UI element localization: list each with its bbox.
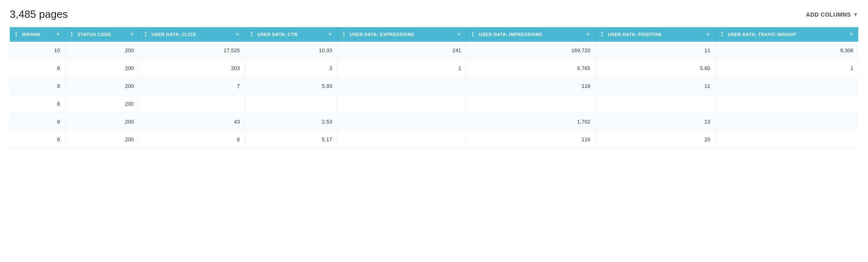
table-row: 8200 [10,95,858,113]
cell-inrank: 8 [10,131,65,149]
table-row: 8200432.531,70213 [10,113,858,131]
cell-impressions: 6,765 [466,60,596,77]
cell-trafic [715,113,858,131]
cell-clics: 7 [139,77,245,95]
column-header-expressions[interactable]: ▲▼USER DATA: EXPRESSIONS✕ [337,27,467,42]
cell-trafic [715,77,858,95]
page-title: 3,485 pages [10,8,68,21]
close-column-icon-impressions[interactable]: ✕ [586,32,591,37]
cell-status_code: 200 [65,60,139,77]
cell-inrank: 8 [10,113,65,131]
column-header-impressions[interactable]: ▲▼USER DATA: IMPRESSIONS✕ [466,27,596,42]
cell-inrank: 8 [10,77,65,95]
page-wrapper: 3,485 pages ADD COLUMNS ▼ ▲▼INRANK✕▲▼STA… [0,0,868,262]
column-label-trafic: USER DATA: TRAFIC INSIGHT [728,32,797,37]
cell-inrank: 8 [10,60,65,77]
column-header-clics[interactable]: ▲▼USER DATA: CLICS✕ [139,27,245,42]
column-label-expressions: USER DATA: EXPRESSIONS [350,32,414,37]
column-header-inrank[interactable]: ▲▼INRANK✕ [10,27,65,42]
cell-clics: 17,525 [139,42,245,60]
close-column-icon-status_code[interactable]: ✕ [130,32,134,37]
sort-icon-expressions[interactable]: ▲▼ [342,31,345,38]
column-label-clics: USER DATA: CLICS [151,32,196,37]
cell-position [596,95,716,113]
cell-impressions: 116 [466,131,596,149]
top-bar: 3,485 pages ADD COLUMNS ▼ [10,8,858,21]
cell-expressions [337,131,467,149]
cell-expressions [337,113,467,131]
column-label-position: USER DATA: POSITION [608,32,661,37]
cell-position: 11 [596,77,716,95]
cell-expressions: 241 [337,42,467,60]
close-column-icon-trafic[interactable]: ✕ [849,32,854,37]
cell-position: 13 [596,113,716,131]
data-table: ▲▼INRANK✕▲▼STATUS CODE✕▲▼USER DATA: CLIC… [10,27,858,149]
cell-expressions [337,77,467,95]
sort-icon-inrank[interactable]: ▲▼ [15,31,18,38]
cell-inrank: 10 [10,42,65,60]
cell-ctr: 10.33 [245,42,337,60]
cell-impressions [466,95,596,113]
cell-trafic [715,95,858,113]
sort-icon-impressions[interactable]: ▲▼ [472,31,475,38]
cell-clics: 6 [139,131,245,149]
column-label-impressions: USER DATA: IMPRESSIONS [479,32,542,37]
add-columns-button[interactable]: ADD COLUMNS ▼ [806,11,858,18]
column-label-status_code: STATUS CODE [77,32,111,37]
cell-ctr [245,95,337,113]
cell-status_code: 200 [65,42,139,60]
cell-ctr: 5.17 [245,131,337,149]
column-label-inrank: INRANK [22,32,41,37]
cell-clics: 203 [139,60,245,77]
table-row: 820065.1711620 [10,131,858,149]
table-header-row: ▲▼INRANK✕▲▼STATUS CODE✕▲▼USER DATA: CLIC… [10,27,858,42]
chevron-down-icon: ▼ [853,12,858,17]
column-label-ctr: USER DATA: CTR [257,32,298,37]
cell-trafic [715,131,858,149]
cell-position: 5.60 [596,60,716,77]
sort-icon-trafic[interactable]: ▲▼ [720,31,724,38]
sort-icon-clics[interactable]: ▲▼ [144,31,147,38]
cell-status_code: 200 [65,95,139,113]
cell-status_code: 200 [65,113,139,131]
cell-ctr: 3 [245,60,337,77]
cell-clics [139,95,245,113]
cell-impressions: 1,702 [466,113,596,131]
column-header-trafic[interactable]: ▲▼USER DATA: TRAFIC INSIGHT✕ [715,27,858,42]
column-header-ctr[interactable]: ▲▼USER DATA: CTR✕ [245,27,337,42]
table-row: 8200203316,7655.601 [10,60,858,77]
cell-expressions [337,95,467,113]
table-row: 820075.9311811 [10,77,858,95]
sort-icon-position[interactable]: ▲▼ [600,31,604,38]
close-column-icon-clics[interactable]: ✕ [236,32,240,37]
cell-position: 20 [596,131,716,149]
table-row: 1020017,52510.33241169,720119,306 [10,42,858,60]
cell-trafic: 9,306 [715,42,858,60]
sort-icon-status_code[interactable]: ▲▼ [70,31,73,38]
cell-ctr: 2.53 [245,113,337,131]
cell-impressions: 118 [466,77,596,95]
column-header-status_code[interactable]: ▲▼STATUS CODE✕ [65,27,139,42]
cell-status_code: 200 [65,131,139,149]
close-column-icon-position[interactable]: ✕ [706,32,710,37]
cell-impressions: 169,720 [466,42,596,60]
table-container: ▲▼INRANK✕▲▼STATUS CODE✕▲▼USER DATA: CLIC… [10,27,858,149]
close-column-icon-inrank[interactable]: ✕ [56,32,60,37]
cell-position: 11 [596,42,716,60]
cell-trafic: 1 [715,60,858,77]
close-column-icon-ctr[interactable]: ✕ [328,32,332,37]
cell-clics: 43 [139,113,245,131]
cell-status_code: 200 [65,77,139,95]
column-header-position[interactable]: ▲▼USER DATA: POSITION✕ [596,27,716,42]
cell-ctr: 5.93 [245,77,337,95]
cell-expressions: 1 [337,60,467,77]
sort-icon-ctr[interactable]: ▲▼ [250,31,253,38]
cell-inrank: 8 [10,95,65,113]
close-column-icon-expressions[interactable]: ✕ [457,32,461,37]
add-columns-label: ADD COLUMNS [806,11,851,18]
